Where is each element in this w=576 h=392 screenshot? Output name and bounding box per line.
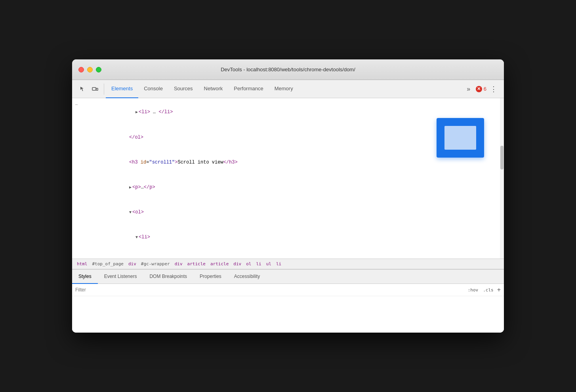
tab-styles[interactable]: Styles	[72, 270, 98, 284]
title-bar: DevTools - localhost:8080/web/tools/chro…	[72, 59, 504, 80]
tab-performance[interactable]: Performance	[228, 80, 269, 98]
breadcrumb-div-1[interactable]: div	[127, 261, 138, 267]
breadcrumb-ul[interactable]: ul	[265, 261, 273, 267]
filter-bar: :hov .cls +	[72, 284, 504, 296]
breadcrumb-top-of-page[interactable]: #top_of_page	[91, 261, 125, 267]
svg-rect-0	[92, 88, 96, 90]
tab-event-listeners[interactable]: Event Listeners	[98, 270, 143, 284]
tab-memory[interactable]: Memory	[269, 80, 299, 98]
breadcrumb-li-2[interactable]: li	[275, 261, 283, 267]
dom-line[interactable]: ▼<ol>	[72, 200, 500, 225]
triangle-icon[interactable]: ▼	[129, 210, 132, 215]
bottom-tab-bar: Styles Event Listeners DOM Breakpoints P…	[72, 270, 504, 284]
dom-panel[interactable]: … ▶<li> … </li> </ol> <h3 id="scroll1">S…	[72, 98, 500, 259]
dom-line[interactable]: ▶<p>…</p>	[72, 175, 500, 200]
tab-properties[interactable]: Properties	[193, 270, 228, 284]
traffic-lights	[78, 67, 101, 72]
dom-line[interactable]: </ol>	[72, 125, 500, 150]
tab-bar-icons	[74, 84, 104, 95]
ellipsis-button[interactable]: …	[75, 101, 78, 107]
filter-input[interactable]	[75, 287, 463, 293]
styles-area: :hov .cls +	[72, 284, 504, 333]
tab-sources[interactable]: Sources	[168, 80, 198, 98]
minimize-button[interactable]	[87, 67, 93, 72]
device-toggle-icon[interactable]	[90, 84, 101, 95]
error-badge[interactable]: ✕ 6	[476, 86, 486, 92]
breadcrumb-html[interactable]: html	[75, 261, 89, 267]
bottom-panel: Styles Event Listeners DOM Breakpoints P…	[72, 269, 504, 333]
dom-line[interactable]: ▼<li>	[72, 225, 500, 250]
tab-console[interactable]: Console	[138, 80, 168, 98]
main-area: … ▶<li> … </li> </ol> <h3 id="scroll1">S…	[72, 98, 504, 259]
hov-button[interactable]: :hov	[467, 287, 480, 293]
tab-accessibility[interactable]: Accessibility	[228, 270, 266, 284]
scrollbar-thumb[interactable]	[500, 146, 504, 169]
error-icon: ✕	[476, 86, 482, 92]
cls-button[interactable]: .cls	[482, 287, 495, 293]
dom-line[interactable]: <h3 id="scroll1">Scroll into view</h3>	[72, 150, 500, 175]
devtools-container: Elements Console Sources Network Perform…	[72, 80, 504, 333]
tab-elements[interactable]: Elements	[106, 80, 138, 98]
scrollbar[interactable]	[500, 98, 504, 259]
tab-network[interactable]: Network	[198, 80, 229, 98]
devtools-window: DevTools - localhost:8080/web/tools/chro…	[72, 59, 504, 333]
triangle-icon[interactable]: ▶	[129, 185, 132, 190]
more-tabs-icon[interactable]: »	[463, 84, 474, 95]
tab-bar-right: » ✕ 6 ⋮	[460, 84, 502, 95]
triangle-icon[interactable]: ▼	[135, 235, 138, 240]
svg-rect-1	[96, 88, 98, 90]
tab-dom-breakpoints[interactable]: DOM Breakpoints	[143, 270, 193, 284]
window-title: DevTools - localhost:8080/web/tools/chro…	[221, 67, 355, 72]
breadcrumb-article-2[interactable]: article	[209, 261, 230, 267]
breadcrumb-gc-wrapper[interactable]: #gc-wrapper	[139, 261, 172, 267]
element-preview-box	[437, 118, 484, 158]
breadcrumb-ol[interactable]: ol	[244, 261, 253, 267]
error-count: 6	[484, 86, 486, 92]
dom-line[interactable]: ▶<p>…</p>	[72, 250, 500, 259]
breadcrumb-div-2[interactable]: div	[173, 261, 184, 267]
maximize-button[interactable]	[96, 67, 101, 72]
breadcrumb-li-1[interactable]: li	[254, 261, 263, 267]
inspect-icon[interactable]	[77, 84, 88, 95]
settings-icon[interactable]: ⋮	[488, 84, 499, 95]
add-style-button[interactable]: +	[497, 286, 501, 293]
close-button[interactable]	[78, 67, 84, 72]
triangle-icon[interactable]: ▶	[135, 110, 138, 114]
breadcrumb-bar: html #top_of_page div #gc-wrapper div ar…	[72, 259, 504, 269]
breadcrumb-article-1[interactable]: article	[186, 261, 207, 267]
dom-line[interactable]: ▶<li> … </li>	[72, 100, 500, 125]
tab-bar: Elements Console Sources Network Perform…	[72, 80, 504, 98]
filter-buttons: :hov .cls +	[467, 286, 501, 293]
preview-inner	[444, 126, 476, 150]
breadcrumb-div-3[interactable]: div	[232, 261, 243, 267]
